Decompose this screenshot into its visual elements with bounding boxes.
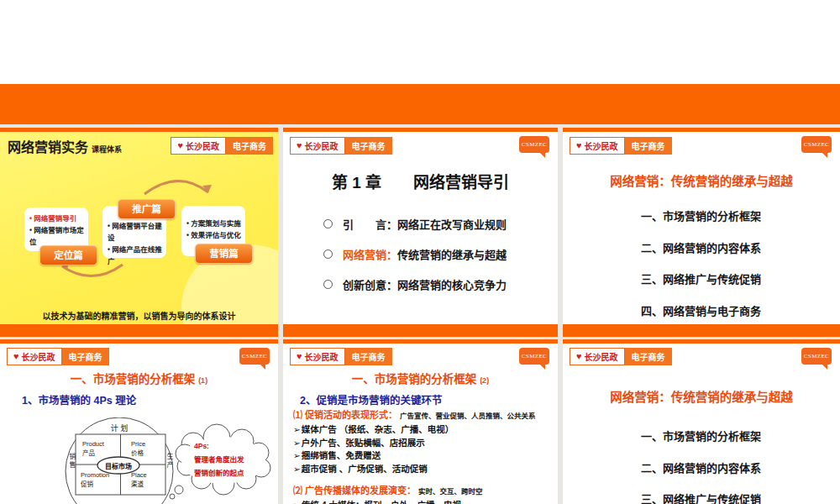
section-item-list: 一、市场营销的分析框架 二、网络营销的内容体系 三、网络推广与传统促销 四、网络… <box>641 207 761 324</box>
list-item: 户外广告、张贴横幅、店招展示 <box>293 437 554 450</box>
dept-badge-label: 电子商务 <box>345 348 392 365</box>
circle-bullet-icon <box>323 219 333 228</box>
slide-thumbnail-4ps[interactable]: ♥长沙民政 电子商务 CSMZEC 一、市场营销的分析框架 (1) 1、市场营销… <box>0 339 278 504</box>
list-item: 媒体广告 （报纸、杂志、广播、电视） <box>293 423 554 437</box>
4ps-diagram: 计 划 Product 产品 Price 价格 Promotion 促销 Pla… <box>0 417 278 504</box>
list-item: 捆绑销售、免费赠送 <box>293 449 554 463</box>
svg-text:促销: 促销 <box>81 480 93 488</box>
mz-heart-icon: ♥ <box>297 141 302 150</box>
svg-text:管理者角度出发: 管理者角度出发 <box>194 455 244 464</box>
school-badge: ♥长沙民政 电子商务 <box>570 348 672 365</box>
csmzec-logo: CSMZEC <box>519 136 549 153</box>
subtitle-4ps: 1、市场营销的 4Ps 理论 <box>22 391 136 407</box>
slide-thumbnail-chapter1[interactable]: ♥长沙民政 电子商务 CSMZEC 第 1 章 网络营销导引 引 言：网络正在改… <box>283 128 558 337</box>
mz-heart-icon: ♥ <box>13 352 19 361</box>
sell-axis-label: 销售 <box>67 453 76 470</box>
school-badge: ♥长沙民政 电子商务 <box>7 348 109 365</box>
list-item: 创新创意：网络营销的核心竞争力 <box>323 276 507 292</box>
circle-bullet-icon <box>323 280 333 289</box>
svg-text:4Ps:: 4Ps: <box>194 442 209 450</box>
cover-footer-text: 以技术为基础的精准营销，以销售为导向的体系设计 <box>0 309 278 322</box>
page-title: 一、市场营销的分析框架 (1) <box>0 370 278 386</box>
section-heading: ⑴ 促销活动的表现形式：广告宣传、营业促销、人员推销、公共关系 <box>293 407 554 421</box>
org-badge-label: 长沙民政 <box>22 350 55 363</box>
mz-heart-icon: ♥ <box>297 352 302 361</box>
svg-text:Place: Place <box>131 471 147 479</box>
list-item: 一、市场营销的分析框架 <box>641 428 761 444</box>
label-promotion-module: 推广篇 <box>118 199 176 219</box>
org-badge-label: 长沙民政 <box>305 350 339 363</box>
school-badge: ♥长沙民政 电子商务 <box>290 137 392 155</box>
dept-badge-label: 电子商务 <box>62 348 109 365</box>
produce-axis-label: 生产 <box>165 453 174 470</box>
list-item: 超市促销 、广场促销、活动促销 <box>293 463 554 476</box>
slide-footer-bar <box>0 324 278 337</box>
list-item: 网络营销：传统营销的继承与超越 <box>323 246 507 262</box>
school-badge: ♥长沙民政 电子商务 <box>171 137 273 155</box>
slide-footer-bar <box>283 324 558 337</box>
org-badge-label: 长沙民政 <box>186 139 219 152</box>
page-title: 一、市场营销的分析框架 (2) <box>283 370 558 386</box>
dept-badge-label: 电子商务 <box>226 137 273 155</box>
org-badge-label: 长沙民政 <box>585 350 618 363</box>
school-badge: ♥长沙民政 电子商务 <box>290 348 392 365</box>
csmzec-logo: CSMZEC <box>519 348 549 365</box>
top-orange-band <box>0 84 840 124</box>
mz-heart-icon: ♥ <box>177 141 183 150</box>
svg-text:Product: Product <box>82 440 105 448</box>
org-badge-label: 长沙民政 <box>585 139 618 152</box>
svg-text:Price: Price <box>131 440 145 448</box>
mz-heart-icon: ♥ <box>576 141 582 150</box>
svg-text:产品: 产品 <box>82 449 95 457</box>
slide-thumbnail-overview[interactable]: ♥长沙民政 电子商务 CSMZEC 网络营销：传统营销的继承与超越 一、市场营销… <box>563 128 840 337</box>
chapter-title: 第 1 章 网络营销导引 <box>283 170 558 192</box>
dept-badge-label: 电子商务 <box>625 137 672 155</box>
list-item: 二、网络营销的内容体系 <box>641 239 761 255</box>
section-item-list: 一、市场营销的分析框架 二、网络营销的内容体系 三、网络推广与传统促销 四、网络… <box>641 428 761 504</box>
cloud-callout: 4Ps: 管理者角度出发 营销创新的起点 <box>170 424 270 499</box>
slide-footer-bar <box>563 324 840 337</box>
list-item: 三、网络推广与传统促销 <box>641 270 761 286</box>
dept-badge-label: 电子商务 <box>625 348 672 365</box>
list-item: 三、网络推广与传统促销 <box>641 491 761 504</box>
svg-text:计 划: 计 划 <box>111 423 129 433</box>
csmzec-logo: CSMZEC <box>801 136 832 153</box>
svg-text:营销创新的起点: 营销创新的起点 <box>194 469 244 477</box>
mz-heart-icon: ♥ <box>576 352 582 361</box>
label-marketing-module: 营销篇 <box>195 244 253 264</box>
slide-thumbnail-promotion[interactable]: ♥长沙民政 电子商务 CSMZEC 一、市场营销的分析框架 (2) 2、促销是市… <box>283 339 558 504</box>
chapter-bullet-list: 引 言：网络正在改写商业规则 网络营销：传统营销的继承与超越 创新创意：网络营销… <box>323 216 507 307</box>
list-item: 二、网络营销的内容体系 <box>641 459 761 475</box>
slide-grid-viewer: 网络营销实务课程体系 ♥长沙民政 电子商务 网络营销导引 网络营销市场定位 网络… <box>0 0 840 504</box>
svg-text:渠道: 渠道 <box>131 480 144 488</box>
dept-badge-label: 电子商务 <box>345 137 392 155</box>
subtitle-promotion: 2、促销是市场营销的关键环节 <box>300 391 442 407</box>
org-badge-label: 长沙民政 <box>305 139 339 152</box>
section-title: 网络营销：传统营销的继承与超越 <box>563 387 840 405</box>
csmzec-logo: CSMZEC <box>239 348 270 365</box>
list-item: 一、市场营销的分析框架 <box>641 207 761 223</box>
list-item: 四、网络营销与电子商务 <box>641 302 761 318</box>
slide-thumbnail-overview-2[interactable]: ♥长沙民政 电子商务 CSMZEC 网络营销：传统营销的继承与超越 一、市场营销… <box>563 339 840 504</box>
section-heading: ⑵ 广告传播媒体的发展演变：实时、交互、跨时空 <box>293 483 554 496</box>
list-item: 传统 4 大媒体：报刊、户外、广播、电视 <box>293 499 554 504</box>
promotion-content: ⑴ 促销活动的表现形式：广告宣传、营业促销、人员推销、公共关系 媒体广告 （报纸… <box>293 407 554 504</box>
section-title: 网络营销：传统营销的继承与超越 <box>563 171 840 189</box>
csmzec-logo: CSMZEC <box>801 348 832 365</box>
slide-thumbnail-cover[interactable]: 网络营销实务课程体系 ♥长沙民政 电子商务 网络营销导引 网络营销市场定位 网络… <box>0 128 278 337</box>
list-item: 引 言：网络正在改写商业规则 <box>323 216 507 232</box>
school-badge: ♥长沙民政 电子商务 <box>570 137 672 155</box>
svg-text:价格: 价格 <box>131 449 144 457</box>
circle-bullet-icon <box>323 249 333 259</box>
label-positioning-module: 定位篇 <box>39 245 97 265</box>
svg-text:目标市场: 目标市场 <box>105 462 132 470</box>
